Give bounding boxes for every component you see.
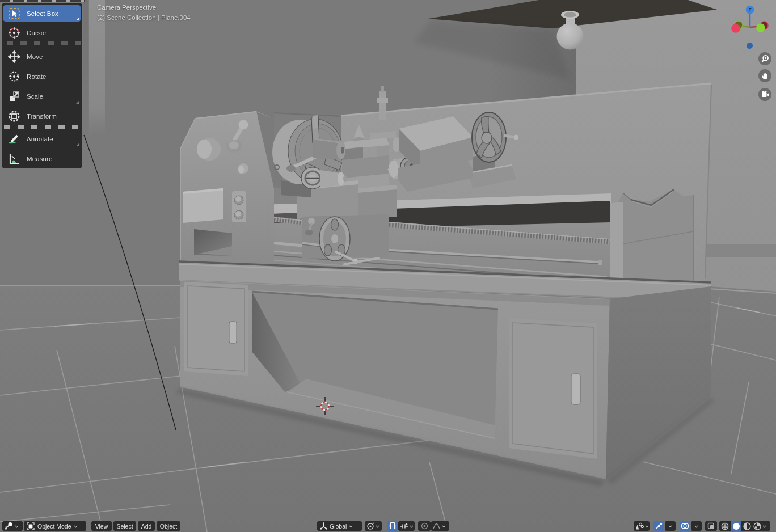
svg-text:Z: Z	[748, 7, 751, 12]
